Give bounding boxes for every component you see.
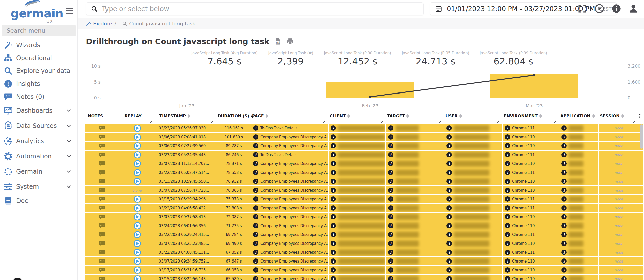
info-icon[interactable]: i (253, 188, 258, 193)
info-icon[interactable]: i (561, 241, 567, 246)
table-row[interactable]: 03/22/2023 04:06:58.422... 72.808 s iCom… (85, 204, 643, 213)
table-row[interactable]: 03/23/2023 05:26:37.930... 116.161 s iTo… (85, 124, 643, 133)
sort-carets-icon[interactable] (188, 114, 190, 118)
info-icon[interactable]: i (446, 223, 452, 228)
info-icon[interactable]: i (446, 170, 452, 175)
info-icon[interactable]: i (505, 241, 510, 246)
info-icon[interactable]: i (253, 143, 258, 148)
sidebar-item-doc[interactable]: Doc (0, 194, 77, 207)
sidebar-item-germain[interactable]: Germain (0, 164, 77, 179)
replay-play-icon[interactable] (134, 231, 141, 238)
breadcrumb-explore-link[interactable]: Explore (93, 21, 112, 27)
column-resize-grip[interactable] (592, 120, 595, 123)
column-resize-grip[interactable] (552, 120, 556, 123)
info-icon[interactable]: i (446, 214, 452, 219)
sidebar-item-system[interactable]: System (0, 179, 77, 194)
info-icon[interactable]: i (561, 161, 567, 166)
info-icon[interactable]: i (561, 152, 567, 157)
info-icon[interactable]: i (331, 179, 336, 184)
info-icon[interactable]: i (446, 258, 452, 264)
note-icon[interactable] (98, 143, 105, 149)
info-icon[interactable]: i (331, 241, 336, 246)
replay-play-icon[interactable] (134, 134, 141, 141)
table-row[interactable]: 03/24/2023 06:01:56.356... 71.735 s iCom… (85, 221, 643, 230)
replay-play-icon[interactable] (134, 267, 141, 274)
info-icon[interactable]: i (388, 188, 393, 193)
info-icon[interactable]: i (253, 232, 258, 237)
info-icon[interactable]: i (388, 143, 393, 148)
info-icon[interactable]: i (253, 267, 258, 273)
note-icon[interactable] (98, 232, 105, 238)
replay-play-icon[interactable] (134, 160, 141, 167)
table-row[interactable]: 03/13/2023 10:59:45.550... 76.932 s iCom… (85, 177, 643, 186)
user-icon[interactable] (628, 4, 638, 14)
column-resize-grip[interactable] (379, 120, 383, 123)
replay-play-icon[interactable] (134, 275, 141, 280)
note-icon[interactable] (98, 249, 105, 255)
info-icon[interactable]: i (388, 134, 393, 140)
info-icon[interactable]: i (446, 125, 452, 131)
table-row[interactable]: 03/23/2023 05:24:35.443... 86.746 s iTo-… (85, 151, 643, 159)
info-icon[interactable]: i (505, 205, 510, 211)
info-icon[interactable]: i (505, 125, 510, 131)
info-icon[interactable]: i (561, 143, 567, 148)
column-header-target[interactable]: TARGET (386, 114, 444, 118)
print-icon[interactable] (286, 38, 294, 45)
column-header-replay[interactable]: REPLAY (119, 114, 156, 118)
column-header-notes[interactable]: NOTES (85, 114, 119, 118)
column-header-app[interactable]: APPLICATION (559, 114, 599, 118)
note-icon[interactable] (98, 267, 105, 273)
info-icon[interactable]: i (505, 134, 510, 140)
global-search-input[interactable] (102, 5, 419, 13)
info-icon[interactable]: i (505, 276, 510, 280)
info-icon[interactable]: i (388, 170, 393, 175)
note-icon[interactable] (98, 187, 105, 193)
sidebar-item-explore-your-data[interactable]: Explore your data (0, 64, 77, 77)
info-icon[interactable]: i (561, 250, 567, 255)
table-row[interactable]: 03/22/2023 04:08:45.131... 67.852 s iCom… (85, 248, 643, 257)
info-icon[interactable]: i (331, 196, 336, 202)
info-icon[interactable]: i (331, 143, 336, 148)
sidebar-item-wizards[interactable]: Wizards (0, 39, 77, 51)
sidebar-item-dashboards[interactable]: Dashboards (0, 103, 77, 118)
note-icon[interactable] (98, 178, 105, 184)
sidebar-item-notes[interactable]: Notes (0) (0, 90, 77, 103)
info-icon[interactable]: i (388, 258, 393, 264)
replay-play-icon[interactable] (134, 249, 141, 256)
info-icon[interactable]: i (561, 276, 567, 280)
column-header-ts[interactable]: TIMESTAMP (156, 114, 217, 118)
replay-play-icon[interactable] (134, 125, 141, 132)
info-icon[interactable]: i (253, 152, 258, 157)
replay-play-icon[interactable] (134, 178, 141, 185)
info-icon[interactable]: i (388, 214, 393, 219)
info-icon[interactable]: i (331, 188, 336, 193)
note-icon[interactable] (98, 152, 105, 158)
sort-carets-icon[interactable] (459, 114, 462, 118)
info-icon[interactable]: i (561, 134, 567, 140)
info-icon[interactable]: i (331, 170, 336, 175)
info-icon[interactable]: i (561, 170, 567, 175)
table-menu-dots-icon[interactable] (637, 113, 643, 119)
sort-carets-icon[interactable] (266, 114, 268, 118)
table-row[interactable]: 03/07/2023 09:34:59.752... 67.647 s iCom… (85, 257, 643, 266)
info-icon[interactable]: i (253, 161, 258, 166)
info-icon[interactable]: i (505, 214, 510, 219)
info-icon[interactable]: i (446, 232, 452, 237)
info-icon[interactable]: i (446, 152, 452, 157)
table-row[interactable]: 03/07/2023 09:37:58.413... 72.087 s iCom… (85, 213, 643, 221)
info-icon[interactable]: i (505, 232, 510, 237)
info-icon[interactable]: i (253, 125, 258, 131)
info-icon[interactable]: i (253, 134, 258, 140)
info-icon[interactable]: i (388, 196, 393, 202)
info-icon[interactable]: i (331, 205, 336, 211)
info-icon[interactable]: i (388, 223, 393, 228)
note-icon[interactable] (98, 205, 105, 211)
info-icon[interactable]: i (505, 170, 510, 175)
info-icon[interactable]: i (388, 205, 393, 211)
info-icon[interactable]: i (331, 258, 336, 264)
replay-play-icon[interactable] (134, 204, 141, 212)
column-resize-grip[interactable] (210, 120, 213, 123)
column-resize-grip[interactable] (496, 120, 499, 123)
table-row[interactable]: 03/15/2023 05:29:34.296... 75.373 s iCom… (85, 195, 643, 204)
sidebar-search-input[interactable] (2, 25, 76, 36)
